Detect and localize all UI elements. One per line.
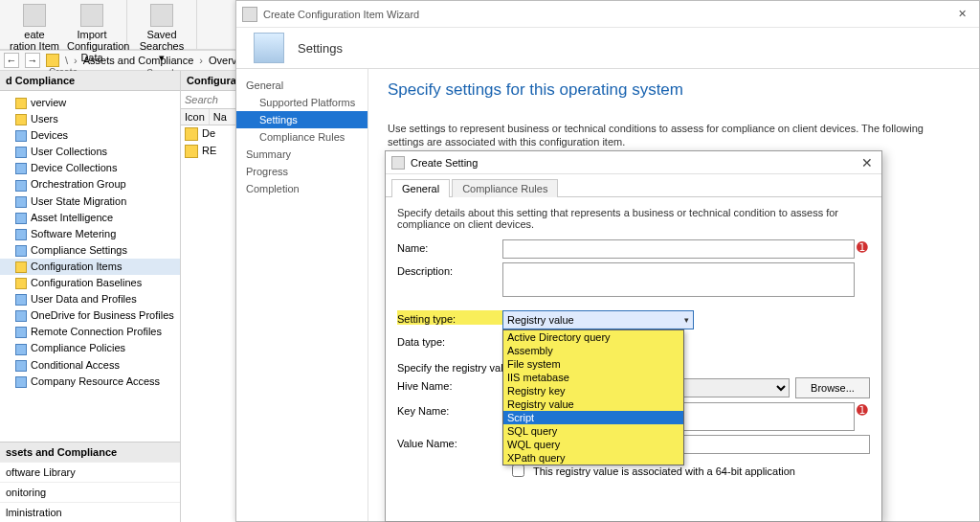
crumb-sep-icon: \	[65, 55, 68, 66]
folder-icon	[15, 261, 27, 273]
folder-icon	[15, 147, 27, 158]
grid-col-header[interactable]: Na	[210, 109, 237, 125]
dropdown-option[interactable]: XPath query	[503, 451, 683, 465]
wizard-icon	[242, 7, 257, 22]
nav-tree-label: Configuration Items	[31, 261, 122, 272]
dropdown-option[interactable]: IIS metabase	[503, 371, 683, 384]
dialog-close-button[interactable]: ✕	[858, 155, 876, 170]
name-label: Name:	[397, 239, 502, 254]
setting-type-label: Setting type:	[397, 310, 502, 325]
nav-tree-item[interactable]: Asset Intelligence	[0, 210, 180, 226]
breadcrumb-segment[interactable]: Assets and Compliance	[83, 55, 194, 66]
nav-tree-item[interactable]: Configuration Baselines	[0, 275, 180, 291]
wizard-step-name: Settings	[298, 41, 343, 56]
ribbon-group-create: eate ration Item Import Configuration Da…	[0, 0, 127, 49]
wizard-banner: Settings	[236, 28, 979, 68]
folder-icon	[15, 98, 27, 109]
nav-tree-label: Configuration Baselines	[31, 277, 142, 288]
nav-fwd-button[interactable]: →	[25, 53, 40, 68]
nav-tree-label: Software Metering	[31, 228, 116, 239]
combo-value: Registry value	[507, 314, 574, 326]
setting-type-combo[interactable]: Registry value ▾ Active Directory queryA…	[502, 310, 694, 329]
value-name-label: Value Name:	[397, 435, 502, 449]
nav-tree-item[interactable]: Software Metering	[0, 226, 180, 242]
nav-tree-item[interactable]: Conditional Access	[0, 357, 180, 374]
nav-tree-item[interactable]: Device Collections	[0, 160, 180, 176]
nav-tree-item[interactable]: Compliance Settings	[0, 242, 180, 259]
create-setting-dialog: Create Setting ✕ General Compliance Rule…	[385, 150, 882, 522]
folder-icon	[15, 229, 27, 240]
grid-row[interactable]: RE	[181, 143, 237, 160]
wizard-step[interactable]: Progress	[236, 163, 368, 180]
footer-link[interactable]: onitoring	[0, 482, 180, 502]
nav-tree-item[interactable]: User Collections	[0, 144, 180, 160]
wizard-step[interactable]: Completion	[236, 180, 368, 197]
tab-compliance-rules[interactable]: Compliance Rules	[452, 179, 558, 197]
nav-tree-item[interactable]: Configuration Items	[0, 259, 180, 275]
dropdown-option[interactable]: WQL query	[503, 438, 683, 451]
dropdown-option[interactable]: Registry value	[503, 397, 683, 411]
nav-back-button[interactable]: ←	[4, 53, 19, 68]
dropdown-option[interactable]: Assembly	[503, 344, 683, 357]
grid-row[interactable]: De	[181, 125, 237, 143]
wizard-step[interactable]: General	[236, 77, 368, 94]
nav-tree-item[interactable]: Company Resource Access	[0, 374, 180, 390]
ribbon-btn-label: eate ration Item	[10, 29, 59, 52]
footer-panel-header[interactable]: ssets and Compliance	[0, 443, 180, 462]
wizard-step-list: GeneralSupported PlatformsSettingsCompli…	[236, 69, 368, 521]
ci-icon	[185, 127, 198, 141]
dropdown-option[interactable]: File system	[503, 357, 683, 371]
hive-name-label: Hive Name:	[397, 377, 502, 392]
folder-icon	[15, 310, 27, 322]
required-icon: ➊	[855, 402, 870, 418]
wizard-close-button[interactable]: ✕	[950, 8, 973, 20]
footer-link[interactable]: lministration	[0, 502, 180, 522]
browse-button[interactable]: Browse...	[795, 377, 870, 398]
nav-tree-item[interactable]: verview	[0, 95, 180, 111]
grid-header-row: Icon Na	[181, 109, 237, 125]
sixtyfour-bit-checkbox[interactable]	[512, 465, 524, 477]
description-textarea[interactable]	[502, 262, 855, 297]
nav-tree-label: Orchestration Group	[31, 178, 126, 190]
nav-tree-item[interactable]: Compliance Policies	[0, 340, 180, 356]
folder-icon	[15, 163, 27, 174]
folder-icon	[15, 245, 27, 257]
dropdown-option[interactable]: Active Directory query	[503, 330, 683, 344]
dialog-titlebar: Create Setting ✕	[386, 151, 881, 174]
wizard-step[interactable]: Supported Platforms	[236, 94, 368, 111]
wizard-step[interactable]: Compliance Rules	[236, 128, 368, 146]
wizard-step[interactable]: Summary	[236, 146, 368, 163]
nav-tree-label: OneDrive for Business Profiles	[31, 309, 174, 321]
nav-tree-label: Company Resource Access	[31, 375, 160, 387]
nav-tree-item[interactable]: OneDrive for Business Profiles	[0, 307, 180, 324]
nav-tree-label: Remote Connection Profiles	[31, 326, 162, 337]
dialog-body: Specify details about this setting that …	[386, 197, 881, 489]
nav-tree-item[interactable]: Remote Connection Profiles	[0, 324, 180, 340]
wizard-titlebar: Create Configuration Item Wizard ✕	[236, 1, 979, 28]
nav-tree-item[interactable]: Users	[0, 111, 180, 127]
tab-general[interactable]: General	[391, 179, 450, 197]
footer-link[interactable]: oftware Library	[0, 462, 180, 482]
navigation-pane: d Compliance verviewUsersDevicesUser Col…	[0, 71, 181, 522]
sixtyfour-bit-label: This registry value is associated with a…	[533, 465, 795, 477]
dropdown-option[interactable]: Registry key	[503, 384, 683, 397]
nav-tree-label: User Collections	[31, 146, 107, 157]
wizard-step[interactable]: Settings	[236, 111, 368, 128]
nav-tree-item[interactable]: Orchestration Group	[0, 176, 180, 193]
folder-icon	[15, 213, 27, 224]
dropdown-option[interactable]: SQL query	[503, 424, 683, 438]
folder-icon	[15, 278, 27, 289]
nav-tree-label: Conditional Access	[31, 359, 120, 371]
ci-icon	[185, 145, 198, 158]
grid-col-header[interactable]: Icon	[181, 109, 210, 125]
dropdown-option[interactable]: Script	[503, 411, 683, 424]
name-input[interactable]	[502, 239, 855, 259]
wizard-help-text: Use settings to represent business or te…	[388, 123, 924, 149]
nav-tree-item[interactable]: User State Migration	[0, 193, 180, 210]
folder-icon	[15, 360, 27, 372]
nav-tree-item[interactable]: Devices	[0, 127, 180, 144]
nav-tree-label: Compliance Policies	[31, 342, 125, 353]
folder-icon	[15, 180, 27, 192]
folder-icon	[15, 294, 27, 306]
nav-tree-item[interactable]: User Data and Profiles	[0, 291, 180, 307]
